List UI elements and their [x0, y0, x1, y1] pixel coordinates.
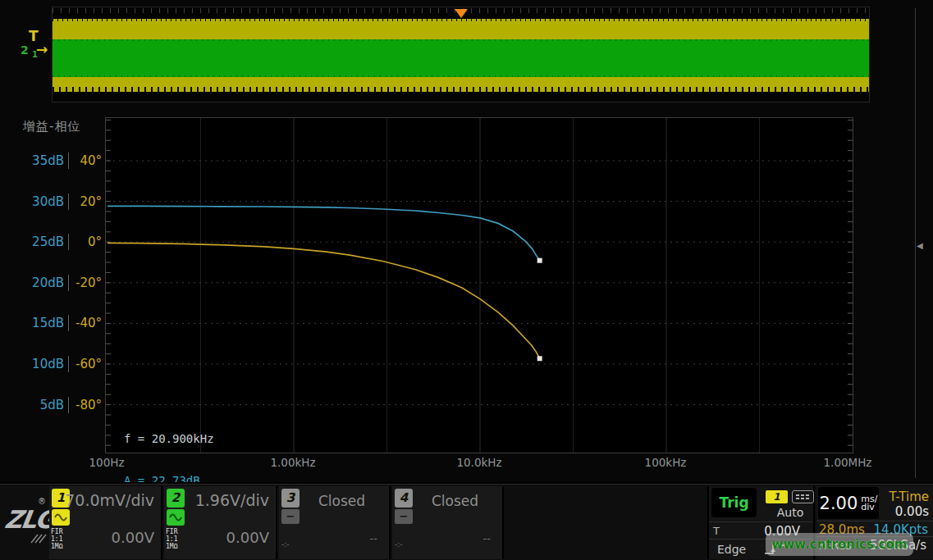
- trigger-position-icon[interactable]: [455, 9, 468, 18]
- freq-tick-label: 100Hz: [70, 456, 144, 469]
- ch1-probe-info: FIR 1:1 1MΩ: [51, 528, 62, 550]
- gain-tick-label: 15dB: [23, 316, 64, 330]
- ch3-probe-info: -:-: [281, 540, 290, 549]
- phase-tick-label: 0°: [72, 234, 102, 249]
- ch4-state: Closed: [432, 493, 478, 509]
- ch1-coupling-icon[interactable]: [52, 509, 70, 526]
- channel-2-panel[interactable]: 2 FIR 1:1 1MΩ 1.96V/div 0.00V: [164, 486, 277, 559]
- curve-end-marker: [537, 258, 542, 263]
- channel-4-panel[interactable]: 4 − Closed -- -:-: [392, 486, 504, 559]
- freq-tick-label: 1.00kHz: [256, 456, 330, 469]
- freq-tick-label: 10.0kHz: [442, 456, 516, 469]
- trigger-mode[interactable]: Auto: [766, 506, 815, 519]
- status-bar: ZLG ® 1 FIR 1:1 1MΩ 70.0mV/div 0.00V 2: [0, 482, 933, 560]
- trigger-level-label: T: [713, 525, 720, 537]
- axis-divider: [68, 275, 69, 291]
- ch3-off-icon: −: [281, 509, 300, 524]
- freq-tick-label: 1.00MHz: [811, 456, 885, 469]
- ch2-position-marker[interactable]: 2: [21, 44, 29, 56]
- axis-divider: [68, 153, 69, 169]
- phase-tick-label: -40°: [72, 316, 102, 330]
- ch2-offset: 0.00V: [226, 529, 269, 546]
- cursor-frequency: f = 20.900kHz: [124, 432, 214, 446]
- phase-tick-label: -20°: [72, 275, 102, 290]
- oscilloscope-screen: T 2 1 → 增益-相位 35dB40° 30dB20° 25dB0° 20d…: [0, 0, 933, 560]
- axis-row: 20dB-20°: [23, 275, 102, 291]
- collapse-menu-arrow-icon[interactable]: ◀: [917, 242, 923, 250]
- ch2-scale: 1.96V/div: [195, 491, 269, 509]
- timebase-scale[interactable]: 2.00 ms/ div: [818, 487, 879, 519]
- ch4-offset: --: [483, 532, 491, 544]
- phase-tick-label: 20°: [72, 194, 102, 209]
- axis-row: 10dB-60°: [23, 356, 102, 372]
- ch3-state: Closed: [318, 493, 365, 509]
- gain-tick-label: 35dB: [23, 153, 64, 168]
- t-time-label: T-Time: [889, 489, 929, 504]
- hatch-icon: [30, 531, 48, 544]
- registered-mark: ®: [38, 497, 46, 506]
- ch2-waveform-band: [53, 39, 869, 77]
- bode-curves: [106, 118, 853, 453]
- axis-divider: [68, 315, 69, 331]
- axis-divider: [68, 193, 69, 210]
- sine-icon: [169, 513, 182, 521]
- ch2-coupling-icon[interactable]: [167, 509, 185, 526]
- gain-tick-label: 25dB: [23, 234, 64, 249]
- channel-3-panel[interactable]: 3 − Closed -- -:-: [279, 486, 391, 559]
- trigger-type[interactable]: Edge: [717, 543, 746, 556]
- gain-tick-label: 10dB: [23, 357, 64, 371]
- divider: [709, 521, 813, 522]
- trigger-coupling-icon[interactable]: [792, 490, 814, 503]
- bode-title: 增益-相位: [23, 119, 80, 134]
- ch2-probe-info: FIR 1:1 1MΩ: [166, 528, 177, 550]
- divider: [816, 521, 933, 521]
- trig-status[interactable]: Trig: [711, 488, 757, 517]
- axis-divider: [68, 397, 69, 413]
- axis-divider: [68, 234, 69, 250]
- sine-icon: [54, 513, 67, 521]
- marker-arrow-icon: →: [36, 43, 48, 57]
- phase-tick-label: 40°: [72, 153, 102, 168]
- gain-tick-label: 20dB: [23, 275, 64, 290]
- zlg-logo: ZLG: [3, 505, 56, 534]
- channel-2-badge[interactable]: 2: [167, 489, 185, 508]
- axis-row: 5dB-80°: [23, 397, 102, 413]
- freq-tick-label: 100kHz: [629, 456, 702, 469]
- timebase-unit-bottom: div: [861, 503, 877, 512]
- t-time-value: 0.00s: [895, 504, 929, 519]
- curve-end-marker: [537, 356, 542, 361]
- ch4-off-icon: −: [395, 509, 413, 524]
- phase-tick-label: -60°: [72, 357, 102, 371]
- timebase-value: 2.00: [820, 494, 858, 513]
- bode-plot-area: f = 20.900kHz A = 22.73dB Φ = -57.29°: [105, 117, 853, 453]
- ch1-scale: 70.0mV/div: [65, 491, 154, 509]
- watermark: www.cntronics.com: [766, 533, 913, 556]
- channel-3-badge[interactable]: 3: [281, 489, 300, 508]
- ch3-offset: --: [370, 532, 377, 544]
- axis-divider: [68, 356, 69, 372]
- waveform-overview-strip: [52, 7, 870, 102]
- axis-row: 35dB40°: [23, 153, 102, 169]
- gain-tick-label: 30dB: [23, 194, 64, 209]
- axis-row: 15dB-40°: [23, 315, 102, 331]
- ch1-offset: 0.00V: [112, 529, 154, 546]
- channel-4-badge[interactable]: 4: [395, 489, 413, 508]
- phase-tick-label: -80°: [72, 398, 102, 412]
- ch4-probe-info: -:-: [395, 540, 403, 549]
- channel-1-panel[interactable]: 1 FIR 1:1 1MΩ 70.0mV/div 0.00V: [49, 486, 162, 559]
- axis-row: 25dB0°: [23, 234, 102, 250]
- axis-row: 30dB20°: [23, 193, 102, 210]
- trigger-source-badge[interactable]: 1: [766, 490, 788, 503]
- gain-tick-label: 5dB: [23, 398, 64, 412]
- right-panel-divider: [915, 8, 916, 478]
